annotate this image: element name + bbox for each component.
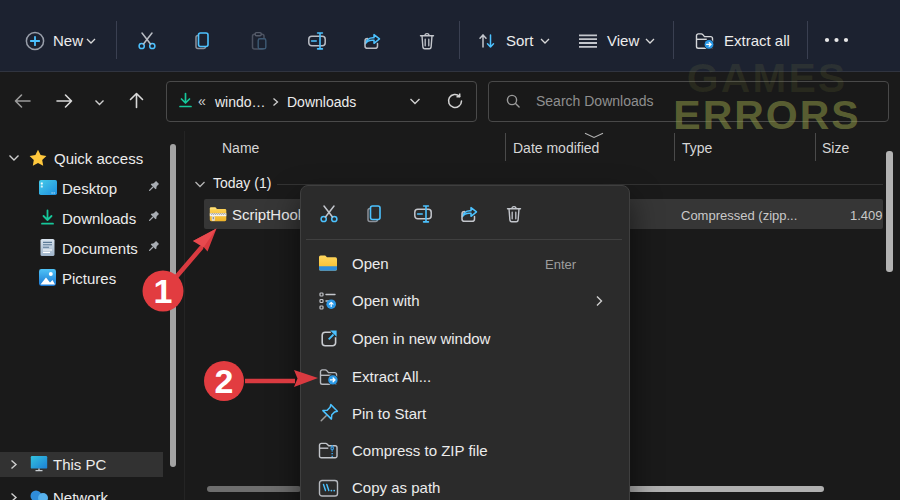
svg-text:1: 1 [154,272,173,310]
svg-text:2: 2 [215,362,234,400]
